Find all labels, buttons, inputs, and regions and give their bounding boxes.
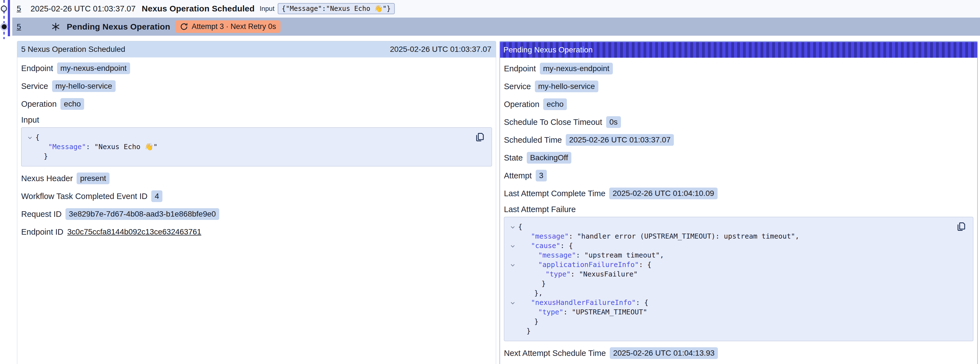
- pending-panel-title: Pending Nexus Operation: [503, 45, 593, 54]
- json-line: "type": "UPSTREAM_TIMEOUT": [507, 307, 953, 317]
- event-timestamp: 2025-02-26 UTC 01:03:37.07: [31, 4, 136, 13]
- json-line: }: [507, 317, 953, 326]
- field-operation: Operation echo: [504, 98, 973, 111]
- field-value-badge: 4: [151, 190, 162, 202]
- event-id-link[interactable]: 5: [17, 4, 21, 13]
- field-label: Service: [504, 82, 531, 91]
- pending-panel-body: Endpoint my-nexus-endpoint Service my-he…: [500, 58, 977, 364]
- field-value-badge: echo: [60, 98, 84, 110]
- scheduled-panel-body: Endpoint my-nexus-endpoint Service my-he…: [17, 57, 496, 247]
- endpoint-id-link[interactable]: 3c0c75ccfa8144b092c13ce632463761: [67, 227, 201, 236]
- field-label: Schedule To Close Timeout: [504, 118, 602, 127]
- field-value-badge: 3e829b7e-7d67-4b08-aad3-b1e868bfe9e0: [65, 208, 219, 220]
- scheduled-panel-title: 5 Nexus Operation Scheduled: [21, 45, 126, 54]
- field-service: Service my-hello-service: [504, 80, 973, 93]
- pending-detail-panel: Pending Nexus Operation Endpoint my-nexu…: [500, 41, 978, 364]
- json-line: "nexusHandlerFailureInfo": {: [507, 298, 953, 307]
- chevron-down-icon[interactable]: [507, 260, 518, 268]
- field-label: Last Attempt Complete Time: [504, 189, 605, 198]
- field-endpoint: Endpoint my-nexus-endpoint: [21, 62, 492, 75]
- json-line: }: [507, 279, 953, 289]
- field-endpoint-id: Endpoint ID 3c0c75ccfa8144b092c13ce63246…: [21, 225, 492, 238]
- pending-panel-header: Pending Nexus Operation: [500, 42, 977, 58]
- failure-json-viewer: { "message": "handler error (UPSTREAM_TI…: [504, 217, 973, 341]
- pending-id-link[interactable]: 5: [17, 22, 21, 31]
- event-input-label: Input: [259, 5, 274, 13]
- json-line: "applicationFailureInfo": {: [507, 260, 953, 270]
- copy-icon[interactable]: [474, 132, 485, 143]
- field-label: Service: [21, 81, 48, 91]
- json-line: "type": "NexusFailure": [507, 270, 953, 279]
- field-value-badge: 2025-02-26 UTC 01:03:37.07: [566, 134, 674, 146]
- event-row-pending[interactable]: 5 Pending Nexus Operation Attempt 3 · Ne…: [12, 18, 980, 36]
- field-request-id: Request ID 3e829b7e-7d67-4b08-aad3-b1e86…: [21, 208, 492, 220]
- field-next-attempt-schedule-time: Next Attempt Schedule Time 2025-02-26 UT…: [504, 347, 973, 359]
- input-json-viewer: { "Message": "Nexus Echo 👋" }: [21, 128, 492, 166]
- chevron-down-icon[interactable]: [507, 241, 518, 249]
- field-label: Attempt: [504, 171, 532, 180]
- field-label: Operation: [504, 100, 539, 109]
- json-line: "message": "upstream timeout",: [507, 251, 953, 260]
- event-row-scheduled[interactable]: 5 2025-02-26 UTC 01:03:37.07 Nexus Opera…: [12, 0, 980, 17]
- field-scheduled-time: Scheduled Time 2025-02-26 UTC 01:03:37.0…: [504, 134, 973, 146]
- field-label: State: [504, 153, 523, 163]
- field-label: Endpoint ID: [21, 227, 64, 236]
- field-value-badge: echo: [543, 98, 567, 110]
- pending-title: Pending Nexus Operation: [67, 22, 170, 32]
- scheduled-panel-header: 5 Nexus Operation Scheduled 2025-02-26 U…: [17, 41, 496, 57]
- field-label: Request ID: [21, 209, 62, 219]
- field-endpoint: Endpoint my-nexus-endpoint: [504, 62, 973, 75]
- field-value-badge: my-nexus-endpoint: [57, 62, 130, 74]
- field-label: Scheduled Time: [504, 136, 562, 145]
- field-service: Service my-hello-service: [21, 80, 492, 93]
- timeline-node-open-icon: [1, 6, 7, 12]
- field-label: Operation: [21, 99, 57, 109]
- json-line: "cause": {: [507, 241, 953, 251]
- field-value-badge: 2025-02-26 UTC 01:04:13.93: [610, 347, 718, 359]
- chevron-down-icon[interactable]: [507, 298, 518, 306]
- json-line: "Message": "Nexus Echo 👋": [24, 142, 472, 152]
- chevron-down-icon[interactable]: [507, 222, 518, 230]
- field-label: Nexus Header: [21, 174, 73, 183]
- field-state: State BackingOff: [504, 151, 973, 164]
- event-title: Nexus Operation Scheduled: [142, 4, 255, 13]
- chevron-down-icon[interactable]: [24, 133, 35, 140]
- field-label: Workflow Task Completed Event ID: [21, 192, 147, 201]
- pending-asterisk-icon: [51, 22, 61, 32]
- failure-section-label: Last Attempt Failure: [504, 205, 973, 214]
- event-input-preview-chip[interactable]: {"Message":"Nexus Echo 👋"}: [278, 3, 395, 14]
- field-label: Endpoint: [21, 64, 53, 73]
- field-value-badge: my-hello-service: [52, 80, 116, 92]
- field-value-badge: my-hello-service: [535, 81, 598, 92]
- field-value-badge: 3: [536, 170, 547, 182]
- json-line: },: [507, 289, 953, 298]
- field-value-badge: 0s: [606, 116, 621, 128]
- json-line: "message": "handler error (UPSTREAM_TIME…: [507, 231, 953, 241]
- json-line: }: [507, 326, 953, 336]
- retry-status-badge: Attempt 3 · Next Retry 0s: [175, 20, 280, 33]
- retry-icon: [180, 22, 188, 31]
- field-schedule-to-close-timeout: Schedule To Close Timeout 0s: [504, 116, 973, 128]
- input-section-label: Input: [21, 115, 492, 125]
- scheduled-panel-timestamp: 2025-02-26 UTC 01:03:37.07: [390, 45, 492, 54]
- field-label: Next Attempt Schedule Time: [504, 349, 606, 358]
- field-last-attempt-complete-time: Last Attempt Complete Time 2025-02-26 UT…: [504, 187, 973, 200]
- json-line: {: [24, 133, 472, 142]
- json-line: {: [507, 222, 953, 231]
- copy-icon[interactable]: [956, 221, 967, 232]
- scheduled-detail-panel: 5 Nexus Operation Scheduled 2025-02-26 U…: [17, 41, 496, 364]
- retry-badge-text: Attempt 3 · Next Retry 0s: [192, 22, 276, 31]
- timeline-node-filled-icon: [2, 24, 7, 29]
- field-value-badge: present: [76, 172, 109, 184]
- field-value-badge: BackingOff: [527, 152, 571, 164]
- field-label: Endpoint: [504, 64, 536, 73]
- field-workflow-task-completed-event-id: Workflow Task Completed Event ID 4: [21, 190, 492, 203]
- field-operation: Operation echo: [21, 97, 492, 110]
- field-nexus-header: Nexus Header present: [21, 172, 492, 185]
- field-value-badge: 2025-02-26 UTC 01:04:10.09: [609, 188, 718, 199]
- field-value-badge: my-nexus-endpoint: [540, 63, 613, 74]
- timeline-selection-bar: [8, 0, 10, 36]
- json-line: }: [24, 152, 472, 161]
- field-attempt: Attempt 3: [504, 169, 973, 182]
